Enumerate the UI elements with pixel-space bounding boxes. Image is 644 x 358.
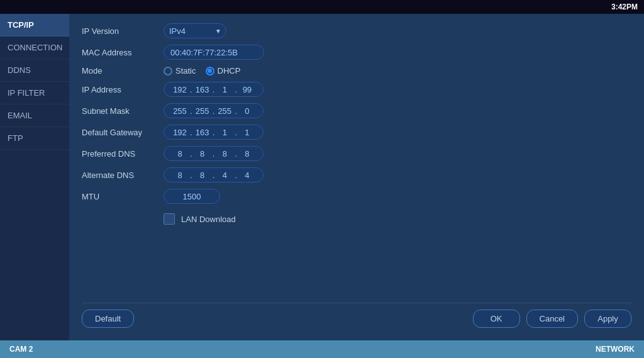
ip-address-row: IP Address . . . [82, 82, 631, 97]
sidebar-item-connection[interactable]: CONNECTION [0, 36, 69, 59]
button-row: Default OK Cancel Apply [82, 303, 631, 331]
default-gateway-b[interactable] [193, 128, 212, 137]
preferred-dns-row: Preferred DNS . . . [82, 146, 631, 161]
sidebar-item-ddns[interactable]: DDNS [0, 59, 69, 82]
sidebar-item-tcp-ip[interactable]: TCP/IP [0, 14, 69, 36]
content-area: IP Version IPv4 IPv6 ▼ MAC Address [69, 14, 644, 340]
default-gateway-c[interactable] [215, 128, 234, 137]
mode-static-radio[interactable]: Static [164, 66, 196, 76]
apply-button[interactable]: Apply [584, 310, 631, 328]
subnet-mask-c[interactable] [215, 106, 234, 116]
preferred-dns-a[interactable] [170, 149, 189, 159]
preferred-dns-label: Preferred DNS [82, 149, 164, 159]
ip-address-a[interactable] [170, 85, 189, 94]
ip-address-b[interactable] [193, 85, 212, 94]
default-gateway-a[interactable] [170, 128, 189, 137]
mac-address-row: MAC Address [82, 45, 631, 60]
subnet-mask-b[interactable] [193, 106, 212, 116]
alternate-dns-row: Alternate DNS . . . [82, 167, 631, 182]
default-gateway-row: Default Gateway . . . [82, 125, 631, 140]
main-content: TCP/IP CONNECTION DDNS IP FILTER EMAIL F… [0, 14, 644, 340]
ip-address-d[interactable] [238, 85, 257, 94]
default-button[interactable]: Default [82, 310, 134, 328]
ip-version-label: IP Version [82, 26, 164, 36]
ip-version-select[interactable]: IPv4 IPv6 [164, 23, 226, 38]
bottom-right-label: NETWORK [596, 345, 635, 354]
alternate-dns-a[interactable] [170, 171, 189, 180]
alternate-dns-label: Alternate DNS [82, 171, 164, 180]
alternate-dns-field: . . . [164, 167, 264, 182]
right-buttons: OK Cancel Apply [473, 310, 631, 328]
mode-label: Mode [82, 66, 164, 76]
ip-address-field: . . . [164, 82, 264, 97]
ip-address-label: IP Address [82, 85, 164, 94]
alternate-dns-d[interactable] [238, 171, 257, 180]
default-gateway-field: . . . [164, 125, 264, 140]
subnet-mask-row: Subnet Mask . . . [82, 103, 631, 118]
alternate-dns-c[interactable] [215, 171, 234, 180]
mtu-label: MTU [82, 192, 164, 201]
mtu-row: MTU [82, 189, 631, 204]
lan-download-checkbox[interactable] [164, 213, 175, 225]
ip-address-c[interactable] [215, 85, 234, 94]
subnet-mask-field: . . . [164, 103, 264, 118]
dhcp-radio-button[interactable] [206, 67, 214, 76]
mac-address-label: MAC Address [82, 48, 164, 57]
cancel-button[interactable]: Cancel [526, 310, 578, 328]
preferred-dns-b[interactable] [193, 149, 212, 159]
bottom-bar: CAM 2 NETWORK [0, 340, 644, 358]
app-container: 3:42PM TCP/IP CONNECTION DDNS IP FILTER … [0, 0, 644, 358]
default-gateway-d[interactable] [238, 128, 257, 137]
lan-download-label: LAN Download [181, 215, 236, 224]
ok-button[interactable]: OK [473, 310, 520, 328]
mode-dhcp-radio[interactable]: DHCP [206, 66, 241, 76]
sidebar-item-ftp[interactable]: FTP [0, 127, 69, 150]
mode-row: Mode Static DHCP [82, 66, 631, 76]
top-bar: 3:42PM [0, 0, 644, 14]
static-radio-button[interactable] [164, 67, 172, 76]
ip-version-row: IP Version IPv4 IPv6 ▼ [82, 23, 631, 38]
lan-download-row: LAN Download [82, 210, 631, 225]
preferred-dns-field: . . . [164, 146, 264, 161]
subnet-mask-d[interactable] [238, 106, 257, 116]
alternate-dns-b[interactable] [193, 171, 212, 180]
mode-radio-group: Static DHCP [164, 66, 240, 76]
sidebar: TCP/IP CONNECTION DDNS IP FILTER EMAIL F… [0, 14, 69, 340]
form-section: IP Version IPv4 IPv6 ▼ MAC Address [82, 23, 631, 296]
subnet-mask-a[interactable] [170, 106, 189, 116]
preferred-dns-d[interactable] [238, 149, 257, 159]
default-gateway-label: Default Gateway [82, 128, 164, 137]
sidebar-item-ip-filter[interactable]: IP FILTER [0, 82, 69, 104]
bottom-left-label: CAM 2 [9, 345, 33, 354]
time-display: 3:42PM [611, 3, 638, 11]
subnet-mask-label: Subnet Mask [82, 106, 164, 116]
ip-version-select-wrapper: IPv4 IPv6 ▼ [164, 23, 226, 38]
mac-address-input[interactable] [164, 45, 264, 60]
lan-download-checkbox-row: LAN Download [164, 213, 236, 225]
sidebar-item-email[interactable]: EMAIL [0, 104, 69, 127]
mtu-input[interactable] [164, 189, 220, 204]
preferred-dns-c[interactable] [215, 149, 234, 159]
